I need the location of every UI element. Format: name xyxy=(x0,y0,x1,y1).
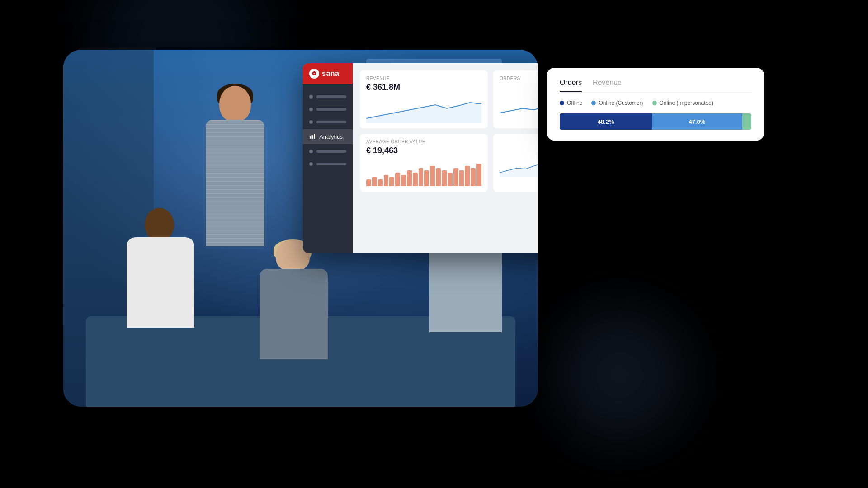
person-left-body xyxy=(127,237,194,328)
svg-rect-1 xyxy=(312,135,313,139)
progress-offline: 48.2% xyxy=(560,113,652,130)
popup-legend: Offline Online (Customer) Online (Impers… xyxy=(560,100,751,106)
sana-main-content: Revenue € 361.8M Orders xyxy=(353,63,538,253)
svg-marker-3 xyxy=(366,103,481,123)
sana-logo-text: sana xyxy=(322,70,339,78)
tab-orders[interactable]: Orders xyxy=(560,79,582,92)
avg-order-value: € 19,463 xyxy=(366,146,481,155)
chart-bar-item xyxy=(465,166,470,186)
progress-online-impersonated xyxy=(742,113,751,130)
progress-customer-label: 47.0% xyxy=(689,118,706,125)
sidebar-nav-items: Analytics xyxy=(303,84,353,177)
legend-offline: Offline xyxy=(560,100,582,106)
svg-rect-2 xyxy=(314,134,315,139)
sana-logo-icon xyxy=(309,69,319,79)
chart-bar-item xyxy=(442,170,447,186)
revenue-value: € 361.8M xyxy=(366,83,481,92)
tab-revenue[interactable]: Revenue xyxy=(593,79,622,92)
sidebar-analytics-item[interactable]: Analytics xyxy=(303,129,353,144)
chart-bar-item xyxy=(366,179,371,186)
person-standing-stripes xyxy=(206,120,264,246)
nav-dot-5 xyxy=(309,162,313,166)
chart-bar-item xyxy=(401,175,406,186)
legend-dot-online-customer xyxy=(591,101,596,105)
chart-bar-item xyxy=(395,173,400,186)
chart-bar-item xyxy=(476,164,481,186)
nav-line-2 xyxy=(316,108,346,111)
chart-bar-item xyxy=(413,173,418,186)
sana-app-ui: sana xyxy=(303,63,538,253)
sidebar-nav-item-1[interactable] xyxy=(303,91,353,102)
orders-line-chart xyxy=(500,141,538,177)
person-left-head xyxy=(145,208,174,242)
tablet-device: sana xyxy=(63,50,538,407)
nav-dot-4 xyxy=(309,150,313,153)
nav-line-1 xyxy=(316,95,346,98)
nav-line-5 xyxy=(316,163,346,165)
analytics-popup: Orders Revenue Offline Online (Customer)… xyxy=(547,68,764,141)
analytics-icon xyxy=(309,133,316,141)
sana-sidebar: sana xyxy=(303,63,353,253)
person-standing-head xyxy=(219,86,251,122)
revenue-label: Revenue xyxy=(366,76,481,81)
nav-line-4 xyxy=(316,150,346,153)
legend-dot-online-impersonated xyxy=(652,101,657,105)
nav-line-3 xyxy=(316,121,346,123)
chart-bar-item xyxy=(419,168,424,186)
legend-label-offline: Offline xyxy=(567,100,582,106)
orders-label: Orders xyxy=(500,76,538,81)
sidebar-nav-item-5[interactable] xyxy=(303,159,353,169)
legend-dot-offline xyxy=(560,101,564,105)
chart-bar-item xyxy=(384,175,389,186)
orders-card: Orders xyxy=(493,70,538,128)
nav-dot-1 xyxy=(309,95,313,99)
chart-bar-item xyxy=(448,173,453,186)
chart-bar-item xyxy=(453,168,458,186)
orders-chart xyxy=(500,88,538,115)
avg-order-card: Average Order Value € 19,463 xyxy=(360,134,488,192)
dashboard-grid: Revenue € 361.8M Orders xyxy=(353,63,538,199)
orders-line-card xyxy=(493,134,538,192)
popup-tabs: Orders Revenue xyxy=(560,79,751,93)
person-back xyxy=(258,239,330,384)
chart-bar-item xyxy=(389,177,394,186)
nav-dot-3 xyxy=(309,120,313,124)
chart-bar-item xyxy=(372,177,377,186)
legend-label-online-customer: Online (Customer) xyxy=(599,100,643,106)
svg-marker-4 xyxy=(500,152,538,177)
svg-rect-0 xyxy=(310,136,311,139)
tablet-photo: sana xyxy=(63,50,538,407)
nav-dot-2 xyxy=(309,108,313,111)
chart-bar-item xyxy=(471,168,476,186)
revenue-card: Revenue € 361.8M xyxy=(360,70,488,128)
chart-bar-item xyxy=(430,166,435,186)
legend-online-impersonated: Online (Impersonated) xyxy=(652,100,713,106)
chart-bar-item xyxy=(407,170,412,186)
sana-logo-bar: sana xyxy=(303,63,353,84)
person-back-body xyxy=(260,269,328,359)
sidebar-nav-item-2[interactable] xyxy=(303,104,353,115)
progress-bar: 48.2% 47.0% xyxy=(560,113,751,130)
avg-order-chart xyxy=(366,159,481,186)
sidebar-nav-item-3[interactable] xyxy=(303,117,353,127)
legend-online-customer: Online (Customer) xyxy=(591,100,643,106)
revenue-chart xyxy=(366,96,481,123)
chart-bar-item xyxy=(378,179,383,186)
analytics-label: Analytics xyxy=(319,133,343,140)
legend-label-online-impersonated: Online (Impersonated) xyxy=(660,100,713,106)
avg-bars xyxy=(366,159,481,186)
avg-order-label: Average Order Value xyxy=(366,139,481,144)
blur-decoration-2 xyxy=(552,307,687,443)
scene: sana xyxy=(0,0,868,488)
chart-bar-item xyxy=(436,168,441,186)
chart-bar-item xyxy=(459,170,464,186)
progress-online-customer: 47.0% xyxy=(652,113,742,130)
progress-offline-label: 48.2% xyxy=(598,118,614,125)
person-left xyxy=(118,208,208,366)
chart-bar-item xyxy=(424,170,429,186)
sidebar-nav-item-4[interactable] xyxy=(303,146,353,157)
